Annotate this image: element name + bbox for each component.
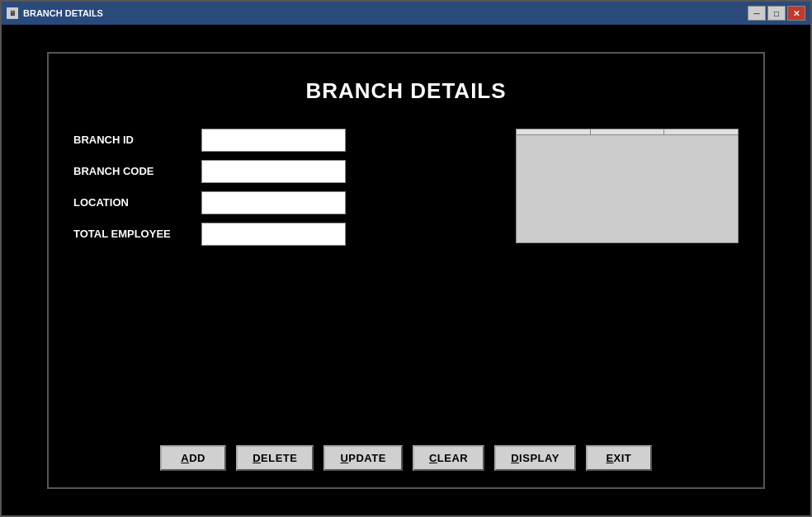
branch-id-input[interactable] xyxy=(201,129,346,152)
window-icon: 🖥 xyxy=(7,7,18,19)
table-col-2 xyxy=(591,129,665,134)
total-employee-label: TOTAL EMPLOYEE xyxy=(73,228,189,240)
location-label: LOCATION xyxy=(73,196,189,209)
branch-code-row: BRANCH CODE xyxy=(73,160,491,183)
total-employee-row: TOTAL EMPLOYEE xyxy=(73,223,491,246)
main-panel: BRANCH DETAILS BRANCH ID BRANCH CODE LOC… xyxy=(47,52,765,489)
table-col-3 xyxy=(664,129,738,134)
form-area: BRANCH ID BRANCH CODE LOCATION TOTAL EMP… xyxy=(73,129,739,425)
exit-button[interactable]: EXIT xyxy=(586,445,652,471)
table-col-1 xyxy=(517,129,591,134)
total-employee-input[interactable] xyxy=(201,223,346,246)
update-button[interactable]: UPDATE xyxy=(323,445,403,471)
panel-title: BRANCH DETAILS xyxy=(305,78,506,104)
branch-code-input[interactable] xyxy=(201,160,346,183)
location-row: LOCATION xyxy=(73,191,491,214)
display-button[interactable]: DISPLAY xyxy=(494,445,576,471)
clear-button[interactable]: CLEAR xyxy=(413,445,484,471)
window-frame: 🖥 BRANCH DETAILS ─ □ ✕ BRANCH DETAILS BR… xyxy=(0,0,812,517)
title-bar-buttons: ─ □ ✕ xyxy=(748,6,805,21)
buttons-row: ADD DELETE UPDATE CLEAR DISPLAY EXIT xyxy=(73,445,739,471)
minimize-button[interactable]: ─ xyxy=(748,6,766,21)
form-fields: BRANCH ID BRANCH CODE LOCATION TOTAL EMP… xyxy=(73,129,491,425)
delete-button[interactable]: DELETE xyxy=(236,445,314,471)
location-input[interactable] xyxy=(201,191,346,214)
branch-id-label: BRANCH ID xyxy=(73,134,189,146)
add-button[interactable]: ADD xyxy=(160,445,226,471)
close-button[interactable]: ✕ xyxy=(787,6,805,21)
title-bar-left: 🖥 BRANCH DETAILS xyxy=(7,7,103,19)
maximize-button[interactable]: □ xyxy=(767,6,786,21)
table-header-row xyxy=(517,129,738,135)
window-title: BRANCH DETAILS xyxy=(23,8,103,18)
branch-code-label: BRANCH CODE xyxy=(73,165,189,177)
table-body xyxy=(517,135,738,242)
table-wrapper xyxy=(516,129,739,243)
title-bar: 🖥 BRANCH DETAILS ─ □ ✕ xyxy=(2,2,810,25)
main-content: BRANCH DETAILS BRANCH ID BRANCH CODE LOC… xyxy=(2,25,810,515)
data-table-area xyxy=(516,129,739,425)
branch-id-row: BRANCH ID xyxy=(73,129,491,152)
